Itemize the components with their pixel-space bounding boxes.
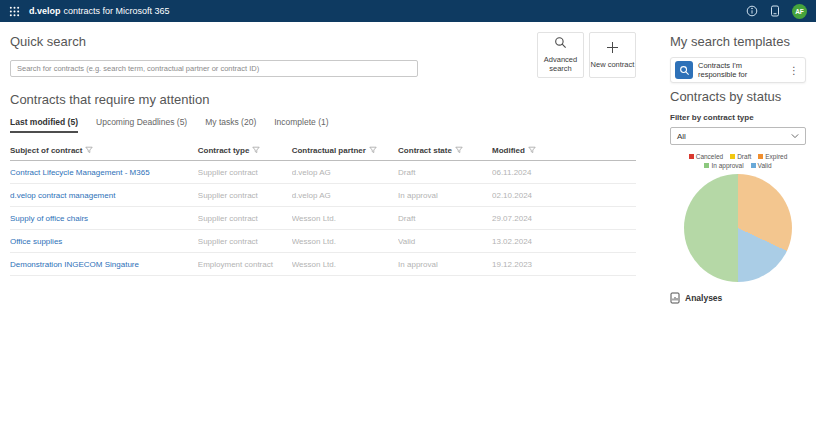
search-icon [554, 36, 567, 51]
tab-last-modified[interactable]: Last modified (5) [10, 117, 78, 133]
chart-legend: Canceled Draft Expired In approval Valid [670, 153, 806, 169]
column-header-type[interactable]: Contract type [198, 143, 292, 161]
search-template-label: Contracts I'm responsible for [698, 61, 782, 79]
contract-partner-cell: d.velop AG [292, 161, 398, 184]
new-contract-button[interactable]: New contract [589, 32, 636, 78]
search-input[interactable] [10, 60, 418, 77]
legend-item: Expired [758, 153, 787, 160]
tab-upcoming-deadlines[interactable]: Upcoming Deadlines (5) [96, 117, 187, 133]
contract-partner-cell: Wesson Ltd. [292, 230, 398, 253]
contract-partner-cell: Wesson Ltd. [292, 207, 398, 230]
app-launcher-icon[interactable] [9, 6, 20, 17]
more-options-icon[interactable]: ⋮ [787, 65, 801, 76]
legend-item: In approval [704, 162, 743, 169]
info-icon[interactable] [746, 5, 758, 17]
table-row[interactable]: Office supplies Supplier contract Wesson… [10, 230, 636, 253]
main-content: Quick search Advanced search New [0, 22, 816, 304]
quick-search-title: Quick search [10, 34, 418, 49]
column-header-partner[interactable]: Contractual partner [292, 143, 398, 161]
search-template-icon [675, 61, 693, 79]
contract-state-cell: Valid [398, 230, 492, 253]
contract-link[interactable]: Supply of office chairs [10, 207, 198, 230]
contract-partner-cell: Wesson Ltd. [292, 253, 398, 276]
contract-state-cell: Draft [398, 207, 492, 230]
legend-swatch [704, 163, 709, 168]
status-chart-title: Contracts by status [670, 89, 806, 104]
plus-icon [606, 41, 619, 56]
filter-icon[interactable] [455, 146, 463, 154]
table-row[interactable]: d.velop contract management Supplier con… [10, 184, 636, 207]
filter-by-type-label: Filter by contract type [670, 113, 806, 122]
search-template-card[interactable]: Contracts I'm responsible for ⋮ [670, 57, 806, 83]
legend-item: Valid [751, 162, 772, 169]
filter-icon[interactable] [85, 146, 93, 154]
select-value: All [677, 132, 686, 141]
legend-swatch [758, 154, 763, 159]
contract-partner-cell: d.velop AG [292, 184, 398, 207]
analyses-link[interactable]: Analyses [670, 292, 806, 304]
right-sidebar: My search templates Contracts I'm respon… [670, 28, 806, 304]
contracts-table: Subject of contract Contract type Contra… [10, 143, 636, 276]
advanced-search-button[interactable]: Advanced search [537, 32, 584, 78]
action-buttons: Advanced search New contract [537, 32, 636, 78]
table-row[interactable]: Contract Lifecycle Management - M365 Sup… [10, 161, 636, 184]
chevron-down-icon [791, 133, 799, 139]
contract-type-cell: Supplier contract [198, 230, 292, 253]
top-app-bar: d.velopcontracts for Microsoft 365 AF [0, 0, 816, 22]
contract-type-cell: Supplier contract [198, 161, 292, 184]
contract-modified-cell: 02.10.2024 [492, 184, 636, 207]
advanced-search-label: Advanced search [538, 55, 583, 74]
status-pie-chart [684, 174, 792, 282]
tab-incomplete[interactable]: Incomplete (1) [274, 117, 328, 133]
filter-icon[interactable] [369, 146, 377, 154]
new-contract-label: New contract [591, 60, 635, 69]
attention-tabs: Last modified (5) Upcoming Deadlines (5)… [10, 117, 636, 133]
contract-modified-cell: 29.07.2024 [492, 207, 636, 230]
filter-icon[interactable] [252, 146, 260, 154]
table-row[interactable]: Supply of office chairs Supplier contrac… [10, 207, 636, 230]
search-templates-title: My search templates [670, 34, 806, 49]
contract-type-cell: Supplier contract [198, 207, 292, 230]
contract-link[interactable]: Contract Lifecycle Management - M365 [10, 161, 198, 184]
legend-item: Canceled [689, 153, 723, 160]
analyses-icon [670, 292, 680, 304]
legend-swatch [751, 163, 756, 168]
app-window: d.velopcontracts for Microsoft 365 AF Qu… [0, 0, 816, 438]
table-row[interactable]: Demonstration INGECOM Singature Employme… [10, 253, 636, 276]
contract-type-cell: Employment contract [198, 253, 292, 276]
tab-my-tasks[interactable]: My tasks (20) [205, 117, 256, 133]
filter-icon[interactable] [528, 146, 536, 154]
column-header-modified[interactable]: Modified [492, 143, 636, 161]
contract-link[interactable]: Office supplies [10, 230, 198, 253]
column-header-subject[interactable]: Subject of contract [10, 143, 198, 161]
legend-swatch [689, 154, 694, 159]
app-title: d.velopcontracts for Microsoft 365 [29, 6, 170, 16]
contract-type-select[interactable]: All [670, 127, 806, 145]
contract-state-cell: In approval [398, 184, 492, 207]
attention-title: Contracts that require my attention [10, 92, 636, 107]
column-header-state[interactable]: Contract state [398, 143, 492, 161]
legend-swatch [730, 154, 735, 159]
manual-book-icon[interactable] [770, 5, 780, 17]
contract-state-cell: In approval [398, 253, 492, 276]
contract-state-cell: Draft [398, 161, 492, 184]
analyses-label: Analyses [685, 293, 722, 303]
avatar[interactable]: AF [792, 4, 807, 19]
contract-link[interactable]: d.velop contract management [10, 184, 198, 207]
legend-item: Draft [730, 153, 751, 160]
contract-link[interactable]: Demonstration INGECOM Singature [10, 253, 198, 276]
contract-modified-cell: 13.02.2024 [492, 230, 636, 253]
contract-modified-cell: 19.12.2023 [492, 253, 636, 276]
contract-modified-cell: 06.11.2024 [492, 161, 636, 184]
contract-type-cell: Supplier contract [198, 184, 292, 207]
